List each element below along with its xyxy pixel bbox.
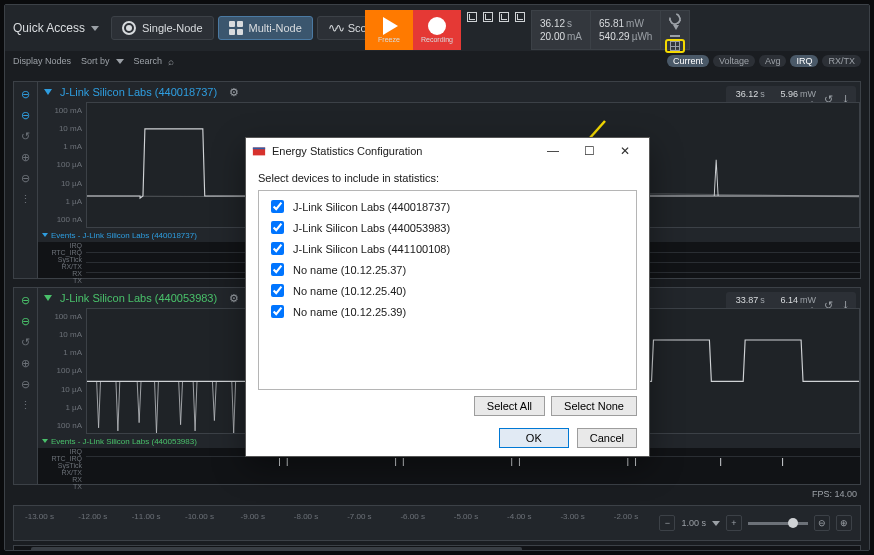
horizontal-scrollbar[interactable] <box>13 545 861 550</box>
fit-left-button[interactable]: ⊖ <box>814 515 830 531</box>
device-checkbox[interactable] <box>271 284 284 297</box>
device-name-label: No name (10.12.25.40) <box>293 285 406 297</box>
tag-voltage[interactable]: Voltage <box>713 55 755 67</box>
global-stats-block: 36.12s 20.00mA 65.81mW 540.29µWh <box>531 10 690 50</box>
window-minimize-icon[interactable]: ― <box>535 139 571 163</box>
transport-and-stats: Freeze Recording 36.12s 20.00mA 65.81mW <box>365 10 690 50</box>
y-tick-label: 10 mA <box>38 330 82 339</box>
step-loop-icon[interactable] <box>515 12 525 22</box>
events-label-irq: IRQ <box>38 448 82 455</box>
tag-avg[interactable]: Avg <box>759 55 786 67</box>
step-back-icon[interactable] <box>467 12 477 22</box>
chevron-down-icon <box>91 26 99 31</box>
device-name-label: No name (10.12.25.39) <box>293 306 406 318</box>
close-panel-icon[interactable]: ⊖ <box>21 294 30 307</box>
window-close-icon[interactable]: ✕ <box>607 139 643 163</box>
time-tick-label: -10.00 s <box>185 512 214 521</box>
zoom-out-button[interactable]: − <box>659 515 675 531</box>
reset-zoom-icon[interactable]: ↺ <box>21 130 30 143</box>
events-label-systick: SysTick <box>38 256 82 263</box>
device-list-item[interactable]: No name (10.12.25.37) <box>267 260 628 279</box>
zoom-in-button[interactable]: + <box>726 515 742 531</box>
zoom-out-icon[interactable]: ⊖ <box>21 172 30 185</box>
scope-icon: ∿∿ <box>328 21 342 35</box>
device-list-item[interactable]: J-Link Silicon Labs (440053983) <box>267 218 628 237</box>
close-panel-icon[interactable]: ⊖ <box>21 88 30 101</box>
zoom-in-icon[interactable]: ⊕ <box>21 357 30 370</box>
quick-access-menu[interactable]: Quick Access <box>13 21 99 35</box>
tag-irq[interactable]: IRQ <box>790 55 818 67</box>
display-nodes-button[interactable]: Display Nodes <box>13 56 71 66</box>
y-tick-label: 100 nA <box>38 421 82 430</box>
fit-right-button[interactable]: ⊕ <box>836 515 852 531</box>
search-button[interactable]: Search⌕ <box>134 56 175 67</box>
y-tick-label: 100 µA <box>38 160 82 169</box>
device-list-item[interactable]: J-Link Silicon Labs (440018737) <box>267 197 628 216</box>
mode-single-node[interactable]: Single-Node <box>111 16 214 40</box>
tag-rxtx[interactable]: RX/TX <box>822 55 861 67</box>
reset-zoom-icon[interactable]: ↺ <box>21 336 30 349</box>
panel-a-time-val: 36.12 <box>736 89 759 99</box>
minimize-panel-icon[interactable]: ⊖ <box>21 315 30 328</box>
gear-icon[interactable]: ⚙ <box>229 292 239 305</box>
select-none-button[interactable]: Select None <box>551 396 637 416</box>
minimize-panel-icon[interactable]: ⊖ <box>21 109 30 122</box>
device-checkbox[interactable] <box>271 221 284 234</box>
step-stop-icon[interactable] <box>483 12 493 22</box>
time-span-unit: s <box>702 518 707 528</box>
panel-b-left-controls: ⊖ ⊖ ↺ ⊕ ⊖ ⋮ <box>14 288 38 484</box>
window-maximize-icon[interactable]: ☐ <box>571 139 607 163</box>
device-checkbox[interactable] <box>271 200 284 213</box>
device-name-label: J-Link Silicon Labs (440053983) <box>293 222 450 234</box>
reset-icon[interactable] <box>667 13 683 25</box>
stat-time-unit: s <box>567 18 572 29</box>
time-ruler-ticks[interactable]: -13.00 s-12.00 s-11.00 s-10.00 s-9.00 s-… <box>14 506 651 540</box>
ok-button[interactable]: OK <box>499 428 569 448</box>
zoom-in-icon[interactable]: ⊕ <box>21 151 30 164</box>
time-span-value: 1.00 <box>681 518 699 528</box>
device-list-item[interactable]: No name (10.12.25.40) <box>267 281 628 300</box>
zoom-out-icon[interactable]: ⊖ <box>21 378 30 391</box>
device-checkbox[interactable] <box>271 263 284 276</box>
record-icon <box>428 17 446 35</box>
panel-settings-icon[interactable]: ⋮ <box>20 399 31 412</box>
play-freeze-button[interactable]: Freeze <box>365 10 413 50</box>
device-list-item[interactable]: J-Link Silicon Labs (441100108) <box>267 239 628 258</box>
device-name-label: J-Link Silicon Labs (441100108) <box>293 243 450 255</box>
time-tick-label: -3.00 s <box>560 512 584 521</box>
select-all-button[interactable]: Select All <box>474 396 545 416</box>
transport-sub-controls <box>467 12 525 22</box>
time-tick-label: -11.00 s <box>132 512 161 521</box>
events-label-rxtx: RX/TX <box>38 263 82 270</box>
zoom-slider[interactable] <box>748 522 808 525</box>
chevron-down-icon[interactable] <box>712 521 720 526</box>
device-list-item[interactable]: No name (10.12.25.39) <box>267 302 628 321</box>
time-tick-label: -5.00 s <box>454 512 478 521</box>
step-fwd-icon[interactable] <box>499 12 509 22</box>
mode-multi-node[interactable]: Multi-Node <box>218 16 313 40</box>
time-tick-label: -13.00 s <box>25 512 54 521</box>
device-checkbox[interactable] <box>271 242 284 255</box>
time-tick-label: -7.00 s <box>347 512 371 521</box>
dialog-titlebar[interactable]: Energy Statistics Configuration ― ☐ ✕ <box>246 138 649 164</box>
device-name-label: No name (10.12.25.37) <box>293 264 406 276</box>
y-tick-label: 100 mA <box>38 312 82 321</box>
y-tick-label: 1 µA <box>38 403 82 412</box>
events-label-tx: TX <box>38 277 82 284</box>
download-icon[interactable] <box>667 27 683 37</box>
cancel-button[interactable]: Cancel <box>577 428 637 448</box>
gear-icon[interactable]: ⚙ <box>229 86 239 99</box>
single-node-icon <box>122 21 136 35</box>
device-checkbox[interactable] <box>271 305 284 318</box>
stats-config-icon[interactable] <box>665 39 685 53</box>
sort-by-button[interactable]: Sort by <box>81 56 124 66</box>
device-checklist: J-Link Silicon Labs (440018737)J-Link Si… <box>258 190 637 390</box>
y-tick-label: 100 µA <box>38 366 82 375</box>
time-tick-label: -4.00 s <box>507 512 531 521</box>
tag-current[interactable]: Current <box>667 55 709 67</box>
stat-current-unit: mA <box>567 31 582 42</box>
recording-label: Recording <box>421 36 453 43</box>
panel-settings-icon[interactable]: ⋮ <box>20 193 31 206</box>
record-button[interactable]: Recording <box>413 10 461 50</box>
events-label-rx: RX <box>38 270 82 277</box>
